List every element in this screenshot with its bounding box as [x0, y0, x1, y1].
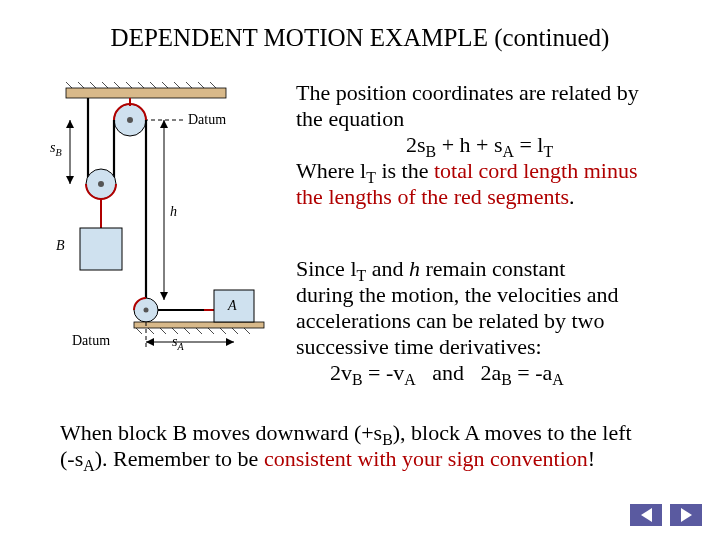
svg-marker-29 [160, 120, 168, 128]
svg-marker-50 [226, 338, 234, 346]
svg-line-39 [196, 328, 202, 334]
svg-line-5 [114, 82, 120, 88]
svg-line-40 [208, 328, 214, 334]
paragraph-3: When block B moves downward (+sB), block… [60, 420, 670, 472]
svg-line-6 [126, 82, 132, 88]
p2-line4: successive time derivatives: [296, 334, 542, 359]
p2-line3: accelerations can be related by two [296, 308, 604, 333]
svg-line-36 [160, 328, 166, 334]
svg-line-8 [150, 82, 156, 88]
svg-line-42 [232, 328, 238, 334]
svg-line-10 [174, 82, 180, 88]
svg-line-41 [220, 328, 226, 334]
svg-line-9 [162, 82, 168, 88]
svg-point-22 [98, 181, 104, 187]
p2-line2: during the motion, the velocities and [296, 282, 619, 307]
svg-marker-49 [146, 338, 154, 346]
label-h: h [170, 204, 177, 220]
chevron-right-icon [681, 508, 692, 522]
p3-line1: When block B moves downward (+sB), block… [60, 420, 632, 445]
p1-equation: 2sB + h + sA = lT [296, 132, 553, 157]
p1-line1: The position coordinates are related by [296, 80, 639, 105]
svg-line-7 [138, 82, 144, 88]
p2-line1: Since lT and h remain constant [296, 256, 565, 281]
p3-line2: (-sA). Remember to be consistent with yo… [60, 446, 595, 471]
nav-controls [630, 504, 702, 526]
label-block-B: B [56, 238, 65, 254]
svg-line-35 [148, 328, 154, 334]
label-sA: sA [172, 334, 184, 350]
pulley-diagram: Datum Datum sB sA h B A [56, 78, 280, 358]
p2-equations: 2vB = -vA and 2aB = -aA [296, 360, 564, 385]
label-datum-bottom: Datum [72, 333, 110, 349]
svg-marker-27 [66, 176, 74, 184]
svg-line-38 [184, 328, 190, 334]
svg-line-43 [244, 328, 250, 334]
svg-line-2 [78, 82, 84, 88]
svg-marker-30 [160, 292, 168, 300]
svg-point-16 [127, 117, 133, 123]
p1-line4: the lengths of the red segments. [296, 184, 575, 209]
diagram-svg [56, 78, 280, 358]
paragraph-2: Since lT and h remain constant during th… [296, 256, 666, 386]
label-datum-top: Datum [188, 112, 226, 128]
slide: DEPENDENT MOTION EXAMPLE (continued) [0, 0, 720, 540]
svg-line-4 [102, 82, 108, 88]
svg-line-11 [186, 82, 192, 88]
svg-line-13 [210, 82, 216, 88]
p1-line3: Where lT is the total cord length minus [296, 158, 637, 183]
label-sB: sB [50, 140, 62, 156]
slide-title: DEPENDENT MOTION EXAMPLE (continued) [0, 24, 720, 52]
svg-line-34 [136, 328, 142, 334]
svg-rect-33 [134, 322, 264, 328]
svg-line-3 [90, 82, 96, 88]
next-button[interactable] [670, 504, 702, 526]
paragraph-1: The position coordinates are related by … [296, 80, 672, 210]
svg-line-1 [66, 82, 72, 88]
chevron-left-icon [641, 508, 652, 522]
label-block-A: A [228, 298, 237, 314]
svg-line-12 [198, 82, 204, 88]
svg-rect-24 [80, 228, 122, 270]
prev-button[interactable] [630, 504, 662, 526]
p1-line2: the equation [296, 106, 404, 131]
svg-point-32 [144, 308, 149, 313]
svg-marker-26 [66, 120, 74, 128]
svg-rect-0 [66, 88, 226, 98]
